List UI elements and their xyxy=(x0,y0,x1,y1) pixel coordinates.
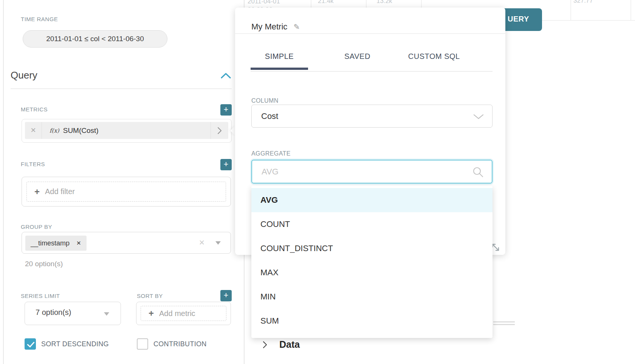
column-select[interactable]: Cost xyxy=(251,105,493,128)
chevron-up-icon[interactable] xyxy=(221,73,231,79)
aggregate-option-avg[interactable]: AVG xyxy=(251,188,493,212)
caret-down-icon xyxy=(104,312,109,316)
column-label: COLUMN xyxy=(251,97,279,104)
edit-pencil-icon[interactable]: ✎ xyxy=(293,23,300,31)
popover-header-divider xyxy=(235,33,505,34)
metrics-label: METRICS xyxy=(21,106,48,113)
chevron-down-icon xyxy=(473,114,484,119)
time-range-chip[interactable]: 2011-01-01 ≤ col < 2011-06-30 xyxy=(23,30,167,48)
sort-descending-field: SORT DESCENDING xyxy=(25,337,119,350)
table-gridline xyxy=(421,0,422,8)
panel-left-border xyxy=(3,0,4,364)
aggregate-option-count[interactable]: COUNT xyxy=(251,212,493,236)
aggregate-label: AGGREGATE xyxy=(251,150,291,157)
remove-metric-icon[interactable]: ✕ xyxy=(25,122,42,139)
run-query-label: UERY xyxy=(508,15,529,23)
table-cell-value: 13.2k xyxy=(376,0,392,5)
section-divider xyxy=(11,88,232,89)
sort-descending-checkbox[interactable] xyxy=(25,338,36,350)
function-icon: f(x) xyxy=(50,127,59,134)
add-filter-plus-button[interactable]: + xyxy=(220,159,232,170)
pane-drag-handle[interactable] xyxy=(493,324,515,325)
metric-item[interactable]: ✕ f(x) SUM(Cost) xyxy=(22,119,232,143)
contribution-checkbox[interactable] xyxy=(137,338,148,350)
table-cell-value: 327.77 xyxy=(573,0,593,5)
tab-bar: SIMPLESAVEDCUSTOM SQL xyxy=(251,52,460,72)
add-filter-button[interactable]: + Add filter xyxy=(26,182,226,202)
plus-icon: + xyxy=(34,187,40,197)
data-panel-toggle[interactable]: Data xyxy=(263,339,300,350)
table-cell-value: 21.4k xyxy=(318,0,334,5)
group-by-label: GROUP BY xyxy=(21,224,52,230)
add-sort-plus-button[interactable]: + xyxy=(220,290,232,301)
caret-down-icon[interactable] xyxy=(215,241,221,245)
time-range-value: 2011-01-01 ≤ col < 2011-06-30 xyxy=(46,35,144,43)
tab-custom-sql[interactable]: CUSTOM SQL xyxy=(408,52,460,70)
group-by-hint: 20 option(s) xyxy=(25,260,63,268)
table-gridline xyxy=(630,0,631,20)
metric-pill[interactable]: ✕ f(x) SUM(Cost) xyxy=(25,122,228,139)
table-gridline xyxy=(570,0,571,20)
plus-icon: + xyxy=(149,308,154,319)
metric-title: My Metric xyxy=(251,22,287,31)
group-by-select[interactable]: __timestamp ✕ ✕ xyxy=(22,232,231,254)
clear-icon[interactable]: ✕ xyxy=(199,238,205,247)
aggregate-option-sum[interactable]: SUM xyxy=(251,309,493,333)
sort-by-container: + Add metric xyxy=(136,302,231,325)
chevron-right-icon xyxy=(263,341,267,349)
filters-container: + Add filter xyxy=(22,177,231,207)
add-sort-metric-button[interactable]: + Add metric xyxy=(141,306,226,321)
data-panel-label: Data xyxy=(279,339,300,350)
query-section-title: Query xyxy=(11,69,37,81)
aggregate-option-list: AVGCOUNTCOUNT_DISTINCTMAXMINSUM xyxy=(251,186,493,338)
explore-page: 2011-04-01 00:00:00 21.4k 13.2k 327.77 U… xyxy=(0,0,635,364)
aggregate-option-max[interactable]: MAX xyxy=(251,261,493,285)
sort-by-label: SORT BY xyxy=(137,293,163,299)
group-by-chip-label: __timestamp xyxy=(31,239,70,247)
pane-drag-handle[interactable] xyxy=(493,321,515,322)
search-icon xyxy=(473,167,483,177)
add-sort-metric-placeholder: Add metric xyxy=(159,309,195,318)
column-value: Cost xyxy=(261,111,278,121)
table-gridline xyxy=(366,0,367,8)
contribution-label: CONTRIBUTION xyxy=(153,340,207,348)
remove-chip-icon[interactable]: ✕ xyxy=(76,240,81,247)
add-metric-plus-button[interactable]: + xyxy=(220,104,232,116)
tab-saved[interactable]: SAVED xyxy=(344,52,370,70)
chevron-right-icon xyxy=(218,127,221,134)
group-by-chip[interactable]: __timestamp ✕ xyxy=(25,236,87,251)
filters-label: FILTERS xyxy=(21,161,45,167)
add-filter-placeholder: Add filter xyxy=(45,187,75,196)
aggregate-option-count-distinct[interactable]: COUNT_DISTINCT xyxy=(251,236,493,261)
series-limit-value: 7 option(s) xyxy=(36,308,71,317)
metric-name: SUM(Cost) xyxy=(63,126,99,135)
metric-expand-button[interactable] xyxy=(211,122,228,139)
aggregate-search-input[interactable]: AVG xyxy=(251,160,493,184)
table-gridline xyxy=(311,0,311,8)
popover-title-row: My Metric ✎ xyxy=(251,22,300,32)
series-limit-label: SERIES LIMIT xyxy=(21,293,60,299)
tab-simple[interactable]: SIMPLE xyxy=(251,52,308,70)
time-range-label: TIME RANGE xyxy=(21,16,58,22)
sort-descending-label: SORT DESCENDING xyxy=(41,340,109,348)
aggregate-placeholder: AVG xyxy=(262,167,279,177)
contribution-field: CONTRIBUTION xyxy=(137,337,243,350)
series-limit-select[interactable]: 7 option(s) xyxy=(25,302,121,325)
aggregate-option-min[interactable]: MIN xyxy=(251,285,493,309)
